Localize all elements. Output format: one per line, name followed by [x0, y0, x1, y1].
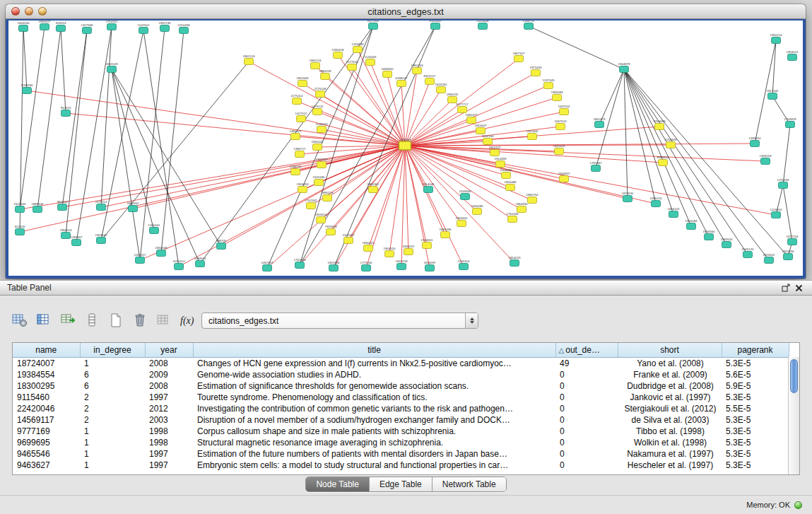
cell-year[interactable]: 1998 — [145, 437, 193, 448]
show-columns-button[interactable] — [34, 311, 54, 329]
citation-edge[interactable] — [529, 26, 624, 69]
graph-node[interactable]: 1791867 — [589, 161, 602, 171]
citation-edge[interactable] — [20, 28, 23, 232]
citation-edge[interactable] — [20, 146, 405, 232]
table-row[interactable]: 911546021997Tourette syndrome. Phenomeno… — [13, 392, 789, 403]
graph-node[interactable]: 1285307 — [70, 235, 83, 245]
graph-node[interactable]: 1867327 — [512, 52, 525, 62]
column-header-pagerank[interactable]: pagerank — [722, 343, 789, 357]
cell-year[interactable]: 2003 — [145, 414, 193, 426]
graph-node[interactable]: 1380021 — [289, 129, 302, 139]
graph-node[interactable]: 1903414 — [314, 213, 327, 223]
import-table-button[interactable] — [58, 311, 78, 329]
graph-node[interactable]: 1669650 — [381, 67, 394, 77]
cell-name[interactable]: 9465546 — [13, 448, 80, 460]
graph-node[interactable]: 1834560 — [702, 230, 715, 240]
citation-edge[interactable] — [405, 73, 536, 146]
cell-short[interactable]: de Silva et al. (2003) — [618, 414, 722, 426]
graph-node[interactable]: 1903542 — [95, 233, 107, 243]
column-header-in-degree[interactable]: in_degree — [80, 343, 145, 357]
citation-edge[interactable] — [61, 28, 66, 113]
graph-node[interactable]: 1427512 — [295, 112, 307, 122]
graph-node[interactable]: 953113 — [61, 106, 71, 116]
graph-node[interactable]: 1632160 — [481, 134, 494, 144]
tab-node-table[interactable]: Node Table — [306, 477, 370, 491]
cell-year[interactable]: 1997 — [145, 392, 193, 403]
cell-pagerank[interactable]: 5.3E-5 — [722, 392, 789, 403]
graph-node[interactable]: 1903453 — [296, 182, 309, 192]
graph-node[interactable]: 1518456 — [459, 189, 471, 199]
graph-node[interactable]: 1954012 — [786, 50, 799, 60]
table-row[interactable]: 946554611997Estimation of the future num… — [13, 448, 789, 460]
graph-node[interactable]: 1637510 — [558, 105, 570, 115]
cell-out-de-[interactable]: 0 — [555, 460, 618, 471]
citation-edge[interactable] — [624, 69, 748, 255]
cell-out-de-[interactable]: 0 — [555, 426, 618, 437]
delete-column-button[interactable] — [130, 311, 150, 329]
citation-edge[interactable] — [624, 69, 628, 199]
citation-edge[interactable] — [101, 27, 112, 207]
table-selector-combo[interactable]: citations_edges.txt — [201, 313, 478, 329]
graph-node[interactable]: 8969511 — [657, 156, 669, 165]
cell-in-degree[interactable]: 1 — [80, 426, 145, 437]
graph-node[interactable]: 2275114 — [291, 94, 303, 104]
graph-node[interactable]: 1860124 — [309, 59, 322, 69]
graph-node[interactable]: 1396717 — [293, 147, 306, 157]
close-panel-button[interactable] — [792, 282, 805, 293]
citation-edge[interactable] — [161, 30, 184, 253]
cell-out-de-[interactable]: 0 — [555, 414, 618, 426]
graph-node[interactable]: 1884209 — [319, 69, 331, 79]
graph-node[interactable]: 1125456 — [365, 55, 377, 65]
graph-node[interactable]: 1641620 — [553, 144, 565, 154]
cell-short[interactable]: Stergiakouli et al. (2012) — [618, 403, 722, 414]
graph-node[interactable]: 812005 — [15, 225, 25, 235]
graph-node[interactable]: 1724067 — [399, 138, 411, 150]
zoom-window-icon[interactable] — [38, 7, 47, 16]
graph-node[interactable]: 1103454 — [770, 208, 782, 218]
citation-edge[interactable] — [133, 146, 405, 209]
graph-node[interactable]: 1895754 — [526, 193, 539, 203]
graph-node[interactable]: 1154469 — [665, 138, 677, 148]
graph-node[interactable]: 1754829 — [784, 117, 796, 127]
graph-node[interactable]: 1616262 — [435, 83, 447, 93]
graph-node[interactable]: 1905486 — [504, 180, 517, 190]
graph-node[interactable]: 1327946 — [81, 23, 93, 33]
graph-node[interactable]: 2153408 — [476, 21, 489, 30]
cell-name[interactable]: 14569117 — [13, 414, 80, 426]
graph-node[interactable]: 998741 — [216, 239, 227, 249]
graph-node[interactable]: 1903218 — [395, 259, 408, 269]
graph-node[interactable]: 1994520 — [720, 238, 733, 247]
network-canvas[interactable]: 1724067186012418528432275114142751213800… — [8, 21, 803, 276]
graph-node[interactable]: 2204690 — [500, 168, 512, 178]
graph-node[interactable]: 7925919 — [324, 225, 337, 235]
graph-node[interactable]: 1358204 — [759, 154, 772, 164]
citation-edge[interactable] — [783, 185, 792, 242]
citation-edge[interactable] — [599, 69, 624, 124]
graph-node[interactable]: 5572301 — [367, 21, 379, 30]
graph-node[interactable]: 2280618 — [331, 48, 344, 58]
cell-out-de-[interactable]: 49 — [555, 357, 618, 369]
table-scrollbar[interactable] — [788, 357, 799, 474]
graph-node[interactable]: 1824501 — [763, 253, 775, 263]
graph-node[interactable]: 1197345 — [543, 78, 555, 88]
cell-title[interactable]: Genome-wide association studies in ADHD. — [193, 369, 555, 380]
citation-edge[interactable] — [405, 71, 417, 146]
graph-node[interactable]: 1904520 — [383, 247, 396, 257]
cell-pagerank[interactable]: 5.3E-5 — [722, 437, 789, 448]
rename-column-button[interactable] — [154, 311, 174, 329]
citation-edge[interactable] — [624, 69, 726, 245]
graph-node[interactable]: 1595814 — [748, 136, 761, 146]
citation-edge[interactable] — [624, 69, 656, 204]
citation-edge[interactable] — [401, 83, 405, 146]
cell-title[interactable]: Embryonic stem cells: a model to study s… — [193, 460, 555, 471]
citation-edge[interactable] — [143, 30, 179, 267]
citation-edge[interactable] — [322, 129, 405, 146]
cell-title[interactable]: Estimation of significance thresholds fo… — [193, 380, 555, 392]
cell-in-degree[interactable]: 2 — [80, 403, 145, 414]
cell-year[interactable]: 2008 — [145, 380, 193, 392]
column-header-out-de-[interactable]: △out_de… — [555, 343, 618, 357]
citation-edge[interactable] — [62, 30, 87, 207]
cell-name[interactable]: 9699695 — [13, 437, 80, 448]
cell-title[interactable]: Corpus callosum shape and size in male p… — [193, 426, 555, 437]
cell-name[interactable]: 22420046 — [13, 403, 80, 414]
